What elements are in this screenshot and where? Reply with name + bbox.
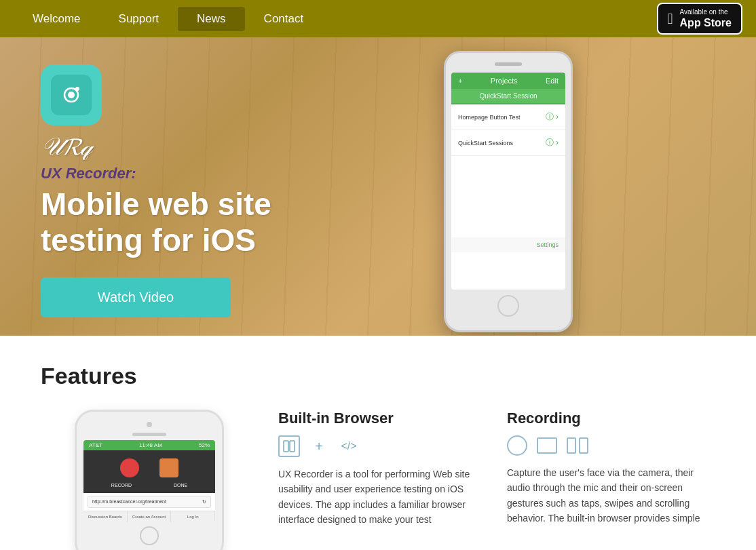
done-label: DONE [174, 483, 187, 488]
navbar: Welcome Support News Contact  Available… [0, 0, 756, 37]
features-title: Features [41, 363, 715, 389]
watch-video-button[interactable]: Watch Video [41, 277, 231, 317]
phone-screen: + Projects Edit QuickStart Session Homep… [451, 73, 565, 290]
feature-recording: Recording Capture the user's face via th… [507, 410, 715, 526]
url-bar: http://m.breastcancer.org/treatment ↻ [88, 496, 211, 508]
recording-icons [507, 435, 715, 456]
nav-item-3: Log In [171, 511, 215, 522]
phone-footer: Settings [451, 237, 565, 252]
nav-support[interactable]: Support [100, 7, 178, 31]
panels-icon [278, 435, 300, 457]
code-icon: </> [338, 435, 360, 457]
app-store-big: App Store [680, 16, 732, 29]
svg-rect-3 [284, 441, 288, 452]
phone-item-1: Homepage Button Test ⓘ › [451, 104, 565, 130]
svg-rect-4 [290, 441, 295, 452]
double-rect-icon [567, 437, 588, 454]
record-label: RECORD [111, 483, 132, 488]
phone-empty-space [451, 156, 565, 237]
circle-icon [507, 435, 527, 456]
hero-title: Mobile web site testing for iOS [41, 186, 326, 258]
nav-links: Welcome Support News Contact [14, 7, 322, 31]
apple-icon:  [668, 10, 673, 28]
phone-item-2: QuickStart Sessions ⓘ › [451, 130, 565, 156]
phone-screen-left: AT&T 11:48 AM 52% RECORD DONE http://m.b… [83, 440, 215, 522]
status-carrier: AT&T [89, 442, 102, 448]
recording-title: Recording [507, 410, 715, 427]
phone-quickstart-tab: QuickStart Session [451, 89, 565, 104]
nav-welcome[interactable]: Welcome [14, 7, 100, 31]
features-grid: AT&T 11:48 AM 52% RECORD DONE http://m.b… [41, 410, 715, 550]
svg-point-2 [75, 87, 79, 91]
recording-desc: Capture the user's face via the camera, … [507, 465, 715, 526]
browser-icons: + </> [278, 435, 487, 457]
phone-speaker-bar [132, 433, 166, 436]
app-store-button[interactable]:  Available on the App Store [657, 3, 743, 35]
record-button [120, 458, 139, 477]
phone-add: + [458, 77, 462, 85]
hero-logo-text: 𝒰𝓡𝓆 [41, 132, 756, 161]
phone-camera [147, 422, 152, 427]
app-logo [41, 64, 102, 125]
phone-item-chevron-1: ⓘ › [546, 111, 559, 123]
features-section: Features AT&T 11:48 AM 52% [0, 336, 756, 550]
hero-phone-mockup: + Projects Edit QuickStart Session Homep… [444, 51, 573, 332]
refresh-icon: ↻ [202, 499, 206, 505]
nav-news[interactable]: News [178, 7, 245, 31]
phone-nav-bar: Discussion Boards Create an Account Log … [83, 511, 215, 522]
phone-projects: Projects [491, 77, 518, 85]
features-phone-mockup: AT&T 11:48 AM 52% RECORD DONE http://m.b… [75, 410, 224, 550]
nav-contact[interactable]: Contact [245, 7, 323, 31]
browser-title: Built-in Browser [278, 410, 487, 427]
feature-browser: Built-in Browser + </> UX Recorder is a … [278, 410, 487, 528]
rect-icon [537, 437, 557, 454]
done-button [159, 458, 178, 477]
phone-home-button [497, 295, 519, 317]
plus-icon: + [308, 435, 330, 457]
phone-item-chevron-2: ⓘ › [546, 137, 559, 149]
hero-subtitle: UX Recorder: [41, 165, 756, 182]
browser-desc: UX Recorder is a tool for performing Web… [278, 467, 487, 528]
svg-point-1 [68, 92, 75, 98]
nav-item-2: Create an Account [128, 511, 172, 522]
hero-section: 𝒰𝓡𝓆 UX Recorder: Mobile web site testing… [0, 37, 756, 336]
status-time: 11:48 AM [139, 442, 162, 448]
app-store-small: Available on the [680, 8, 732, 16]
phone-edit: Edit [546, 77, 559, 85]
status-battery: 52% [199, 442, 210, 448]
nav-item-1: Discussion Boards [83, 511, 128, 522]
hero-content: 𝒰𝓡𝓆 UX Recorder: Mobile web site testing… [0, 37, 756, 317]
phone-speaker [495, 62, 522, 66]
camera-icon [58, 82, 84, 108]
phone-home-btn [140, 526, 159, 545]
